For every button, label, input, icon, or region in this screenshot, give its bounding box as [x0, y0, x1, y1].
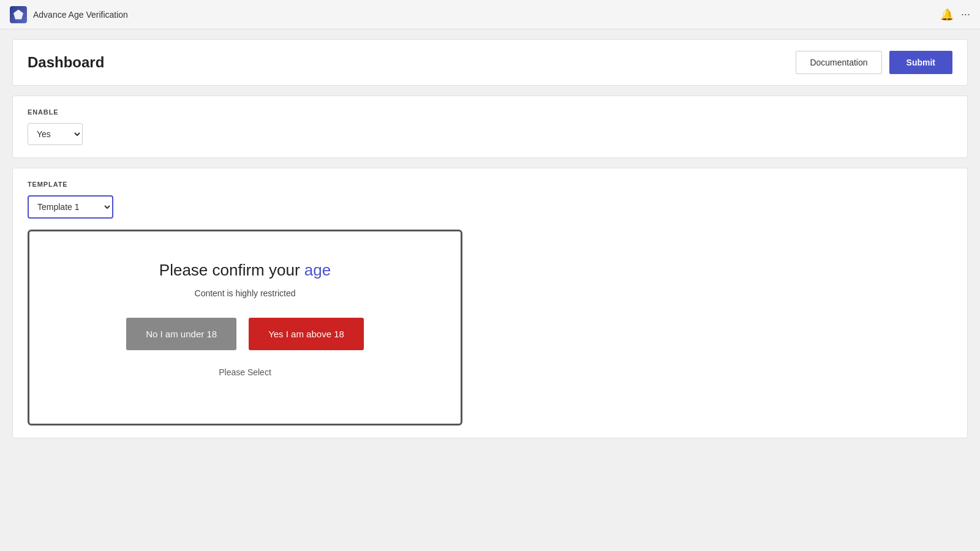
preview-frame: Please confirm your age Content is highl… — [28, 230, 462, 425]
template-select[interactable]: Template 1 Template 2 Template 3 — [28, 195, 113, 219]
no-under-18-button[interactable]: No I am under 18 — [126, 318, 236, 350]
dashboard-card: Dashboard Documentation Submit — [12, 39, 968, 86]
topbar-right: 🔔 ··· — [940, 8, 970, 21]
preview-buttons: No I am under 18 Yes I am above 18 — [126, 318, 364, 350]
app-icon-inner — [13, 10, 23, 20]
template-card: TEMPLATE Template 1 Template 2 Template … — [12, 168, 968, 438]
preview-heading: Please confirm your age — [159, 261, 331, 280]
preview-heading-highlight: age — [304, 261, 331, 279]
topbar: Advance Age Verification 🔔 ··· — [0, 0, 980, 29]
dashboard-title: Dashboard — [28, 54, 104, 71]
yes-above-18-button[interactable]: Yes I am above 18 — [249, 318, 364, 350]
submit-button[interactable]: Submit — [889, 51, 952, 74]
enable-label: ENABLE — [28, 108, 952, 116]
enable-select[interactable]: Yes No — [28, 123, 83, 145]
app-icon — [10, 6, 27, 23]
bell-icon[interactable]: 🔔 — [940, 8, 954, 21]
template-label: TEMPLATE — [28, 181, 952, 188]
dashboard-actions: Documentation Submit — [796, 51, 952, 74]
preview-content: Please confirm your age Content is highl… — [29, 231, 461, 399]
more-options-icon[interactable]: ··· — [961, 8, 970, 21]
preview-select-label: Please Select — [219, 367, 271, 377]
documentation-button[interactable]: Documentation — [796, 51, 881, 74]
preview-subtext: Content is highly restricted — [195, 288, 296, 298]
enable-card: ENABLE Yes No — [12, 96, 968, 158]
main-content: Dashboard Documentation Submit ENABLE Ye… — [0, 29, 980, 458]
app-title: Advance Age Verification — [33, 10, 128, 20]
topbar-left: Advance Age Verification — [10, 6, 128, 23]
preview-heading-plain: Please confirm your — [159, 261, 304, 279]
